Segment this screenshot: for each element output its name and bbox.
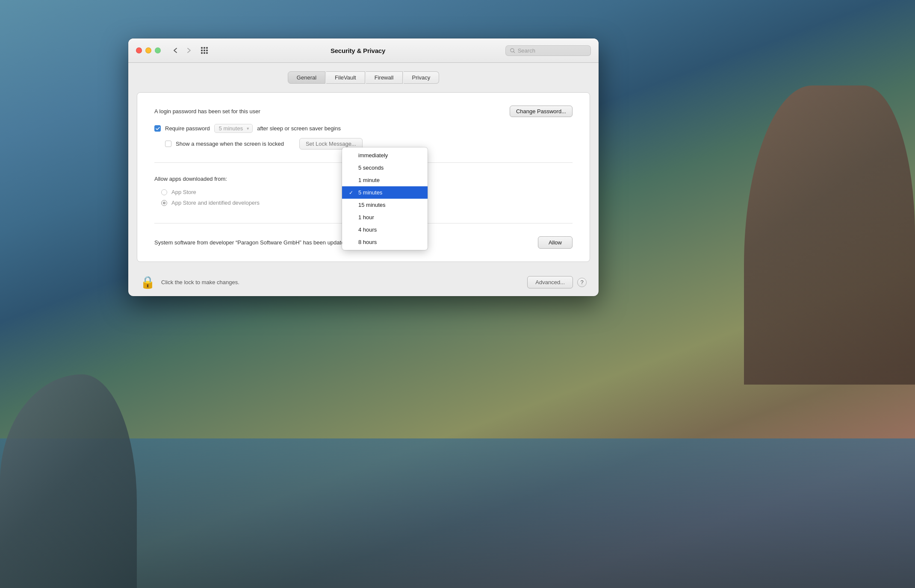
dropdown-arrow-icon: ▼ xyxy=(246,126,250,131)
require-password-row: Require password 5 minutes ▼ after sleep… xyxy=(154,124,573,133)
login-password-text: A login password has been set for this u… xyxy=(154,108,260,115)
radio-app-store-identified[interactable] xyxy=(161,200,167,206)
forward-button[interactable] xyxy=(183,44,195,56)
developer-text: System software from developer “Paragon … xyxy=(154,238,349,247)
minimize-button[interactable] xyxy=(145,47,151,53)
lock-text: Click the lock to make changes. xyxy=(161,279,239,285)
search-bar[interactable] xyxy=(505,45,591,56)
radio-app-store-identified-label: App Store and identified developers xyxy=(171,200,260,206)
help-button[interactable]: ? xyxy=(577,278,587,287)
tab-general[interactable]: General xyxy=(288,71,325,84)
search-input[interactable] xyxy=(518,47,586,54)
tab-privacy[interactable]: Privacy xyxy=(404,71,440,84)
rock-right-decoration xyxy=(744,85,915,385)
lock-icon: 🔒 xyxy=(140,275,155,289)
menu-item-15minutes[interactable]: 15 minutes xyxy=(342,199,428,211)
close-button[interactable] xyxy=(136,47,142,53)
footer: 🔒 Click the lock to make changes. Advanc… xyxy=(128,268,599,296)
checkmark-icon xyxy=(156,127,160,130)
password-time-dropdown-menu: immediately 5 seconds 1 minute ✓ 5 minut… xyxy=(342,147,428,250)
require-password-checkbox[interactable] xyxy=(154,125,161,132)
menu-item-1minute[interactable]: 1 minute xyxy=(342,174,428,186)
radio-app-store[interactable] xyxy=(161,189,167,195)
traffic-lights xyxy=(136,47,161,53)
tab-firewall[interactable]: Firewall xyxy=(366,71,403,84)
require-password-label: Require password xyxy=(165,125,210,132)
advanced-button[interactable]: Advanced... xyxy=(527,276,573,288)
after-sleep-text: after sleep or screen saver begins xyxy=(257,125,341,132)
checkmark-5minutes: ✓ xyxy=(349,190,355,196)
password-time-dropdown[interactable]: 5 minutes ▼ xyxy=(214,124,253,133)
nav-buttons xyxy=(169,44,195,56)
menu-item-5seconds[interactable]: 5 seconds xyxy=(342,162,428,174)
search-icon xyxy=(510,48,515,53)
window-title: Security & Privacy xyxy=(210,47,505,54)
change-password-button[interactable]: Change Password... xyxy=(510,106,573,117)
titlebar: Security & Privacy xyxy=(128,38,599,63)
system-preferences-window: Security & Privacy General FileVault Fir… xyxy=(128,38,599,296)
menu-item-1hour[interactable]: 1 hour xyxy=(342,211,428,223)
back-button[interactable] xyxy=(169,44,181,56)
menu-item-8hours[interactable]: 8 hours xyxy=(342,236,428,248)
menu-item-5minutes[interactable]: ✓ 5 minutes xyxy=(342,186,428,199)
grid-icon xyxy=(201,47,208,54)
menu-item-immediately[interactable]: immediately xyxy=(342,149,428,162)
menu-item-4hours[interactable]: 4 hours xyxy=(342,223,428,236)
show-message-checkbox[interactable] xyxy=(165,141,171,147)
tabs-bar: General FileVault Firewall Privacy xyxy=(128,71,599,84)
radio-app-store-label: App Store xyxy=(171,189,196,195)
ocean-decoration xyxy=(0,438,915,588)
show-message-label: Show a message when the screen is locked xyxy=(176,141,284,147)
allow-button[interactable]: Allow xyxy=(538,236,573,249)
footer-buttons: Advanced... ? xyxy=(527,276,587,288)
lock-area[interactable]: 🔒 Click the lock to make changes. xyxy=(140,275,239,289)
all-preferences-button[interactable] xyxy=(198,44,210,56)
maximize-button[interactable] xyxy=(155,47,161,53)
password-row: A login password has been set for this u… xyxy=(154,106,573,117)
tab-filevault[interactable]: FileVault xyxy=(326,71,365,84)
